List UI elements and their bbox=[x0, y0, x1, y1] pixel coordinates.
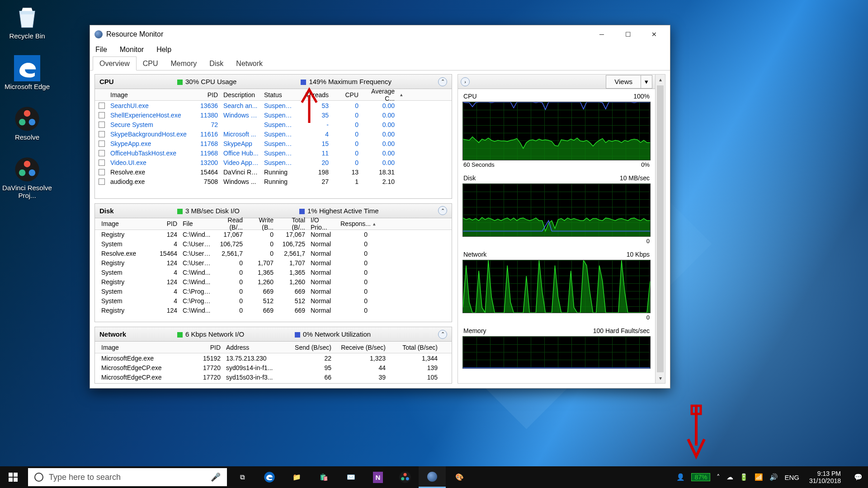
microphone-icon[interactable]: 🎤 bbox=[211, 472, 221, 482]
disk-panel-header[interactable]: Disk 3 MB/sec Disk I/O 1% Highest Active… bbox=[95, 204, 452, 218]
taskbar-explorer[interactable]: 📁 bbox=[283, 466, 310, 488]
volume-icon[interactable]: 🔊 bbox=[769, 473, 778, 481]
start-button[interactable] bbox=[0, 466, 26, 488]
table-row[interactable]: Resolve.exe15464DaVinci Re... Running198… bbox=[95, 167, 452, 177]
cpu-panel: CPU 30% CPU Usage 149% Maximum Frequency… bbox=[94, 74, 452, 199]
table-row[interactable]: Registry124C:\Users... 01,7071,707Normal… bbox=[95, 258, 452, 268]
action-center-icon[interactable]: 💬 bbox=[851, 470, 865, 484]
network-chart bbox=[462, 260, 651, 313]
checkbox[interactable] bbox=[99, 131, 105, 137]
panel-title: CPU bbox=[99, 78, 167, 85]
disk-column-headers[interactable]: Image PID File Read (B/... Write (B... T… bbox=[95, 218, 452, 230]
svg-point-7 bbox=[19, 169, 26, 176]
checkbox[interactable] bbox=[99, 103, 105, 109]
desktop-icon-resolve[interactable]: Resolve bbox=[2, 103, 52, 154]
taskbar-store[interactable]: 🛍️ bbox=[310, 466, 337, 488]
menu-file[interactable]: File bbox=[95, 46, 107, 54]
desktop-icon-edge[interactable]: Microsoft Edge bbox=[2, 52, 52, 103]
tab-cpu[interactable]: CPU bbox=[137, 57, 165, 70]
cpu-usage-stat: 30% CPU Usage bbox=[177, 78, 236, 85]
taskbar-onenote[interactable]: N bbox=[364, 466, 392, 488]
table-row[interactable]: Registry124C:\Wind... 0669669Normal0 bbox=[95, 306, 452, 315]
collapse-icon[interactable]: ⌃ bbox=[438, 206, 447, 215]
charts-header: › Views▾ bbox=[458, 75, 655, 89]
title-bar[interactable]: Resource Monitor ─ ☐ ✕ bbox=[90, 25, 670, 43]
checkbox[interactable] bbox=[99, 112, 105, 118]
battery-indicator[interactable]: 87% bbox=[691, 473, 710, 481]
table-row[interactable]: SearchUI.exe13636Search an... Suspended5… bbox=[95, 101, 452, 110]
minimize-button[interactable]: ─ bbox=[589, 26, 615, 43]
search-box[interactable]: Type here to search 🎤 bbox=[28, 468, 227, 486]
menu-help[interactable]: Help bbox=[156, 46, 171, 54]
menu-monitor[interactable]: Monitor bbox=[120, 46, 144, 54]
disk-chart bbox=[462, 183, 651, 237]
tab-overview[interactable]: Overview bbox=[93, 56, 137, 70]
checkbox[interactable] bbox=[99, 178, 105, 185]
table-row[interactable]: SkypeBackgroundHost.exe11616Microsoft ..… bbox=[95, 129, 452, 139]
table-row[interactable]: OfficeHubTaskHost.exe11968Office Hub... … bbox=[95, 148, 452, 158]
language-indicator[interactable]: ENG bbox=[784, 474, 799, 481]
table-row[interactable]: audiodg.exe7508Windows ... Running2712.1… bbox=[95, 177, 452, 186]
checkbox[interactable] bbox=[99, 141, 105, 147]
table-row[interactable]: SkypeApp.exe11768SkypeApp Suspended1500.… bbox=[95, 139, 452, 148]
power-icon[interactable]: 🔋 bbox=[740, 473, 748, 481]
table-row[interactable]: Video.UI.exe13200Video Appl... Suspended… bbox=[95, 158, 452, 167]
taskbar-resmon[interactable] bbox=[419, 466, 446, 488]
table-row[interactable]: Registry124C:\Wind... 01,2601,260Normal0 bbox=[95, 277, 452, 287]
table-row[interactable]: MicrosoftEdge.exe1519213.75.213.230 221,… bbox=[95, 353, 452, 363]
table-row[interactable]: MicrosoftEdgeCP.exe17720syd15s03-in-f3..… bbox=[95, 372, 452, 382]
chart-disk: Disk10 MB/sec 0 bbox=[458, 171, 655, 247]
taskbar-mail[interactable]: ✉️ bbox=[337, 466, 364, 488]
tab-disk[interactable]: Disk bbox=[203, 57, 230, 70]
maximize-button[interactable]: ☐ bbox=[615, 26, 641, 43]
desktop-icon-label: Recycle Bin bbox=[9, 32, 45, 40]
taskbar-edge[interactable] bbox=[256, 466, 283, 488]
onedrive-icon[interactable]: ☁ bbox=[726, 473, 733, 481]
close-button[interactable]: ✕ bbox=[641, 26, 667, 43]
network-panel-header[interactable]: Network 6 Kbps Network I/O 0% Network Ut… bbox=[95, 327, 452, 342]
cpu-panel-header[interactable]: CPU 30% CPU Usage 149% Maximum Frequency… bbox=[95, 75, 452, 89]
tray-overflow-icon[interactable]: ˄ bbox=[717, 473, 720, 481]
collapse-icon[interactable]: ⌃ bbox=[438, 77, 447, 86]
table-row[interactable]: Secure System72 Suspended-00.00 bbox=[95, 120, 452, 129]
table-row[interactable]: Resolve.exe15464C:\Users... 2,561,702,56… bbox=[95, 249, 452, 258]
disk-activity-list[interactable]: Registry124C:\Wind... 17,067017,067Norma… bbox=[95, 230, 452, 322]
table-row[interactable]: System4C:\Wind... 01,3651,365Normal0 bbox=[95, 268, 452, 277]
network-panel: Network 6 Kbps Network I/O 0% Network Ut… bbox=[94, 327, 452, 384]
chart-memory: Memory100 Hard Faults/sec bbox=[458, 324, 655, 369]
collapse-icon[interactable]: ⌃ bbox=[438, 330, 447, 339]
charts-pane: › Views▾ CPU100% 60 Seconds0% Disk10 MB/… bbox=[458, 74, 665, 384]
desktop-icon-recycle-bin[interactable]: Recycle Bin bbox=[2, 2, 52, 52]
tab-network[interactable]: Network bbox=[230, 57, 269, 70]
desktop-icon-resolve-proj[interactable]: DaVinci Resolve Proj... bbox=[2, 154, 52, 204]
taskbar-paint[interactable]: 🎨 bbox=[446, 466, 473, 488]
table-row[interactable]: MicrosoftEdgeCP.exe17720syd09s14-in-f1..… bbox=[95, 363, 452, 372]
wifi-icon[interactable]: 📶 bbox=[755, 473, 763, 481]
cpu-maxfreq-stat: 149% Maximum Frequency bbox=[301, 78, 392, 85]
tab-memory[interactable]: Memory bbox=[164, 57, 203, 70]
network-column-headers[interactable]: Image PID Address Send (B/sec) Receive (… bbox=[95, 342, 452, 353]
charts-scrollbar[interactable]: ▴▾ bbox=[655, 75, 665, 383]
checkbox[interactable] bbox=[99, 160, 105, 166]
table-row[interactable]: System4C:\Progr... 0512512Normal0 bbox=[95, 296, 452, 306]
table-row[interactable]: System4C:\Users... 106,7250106,725Normal… bbox=[95, 239, 452, 249]
people-icon[interactable]: 👤 bbox=[676, 473, 685, 481]
svg-point-6 bbox=[24, 161, 31, 168]
table-row[interactable]: System4C:\Progr... 0669669Normal0 bbox=[95, 287, 452, 296]
table-row[interactable]: ShellExperienceHost.exe11380Windows S...… bbox=[95, 110, 452, 120]
checkbox[interactable] bbox=[99, 150, 105, 156]
cpu-column-headers[interactable]: Image PID Description Status Threads CPU… bbox=[95, 89, 452, 101]
views-dropdown[interactable]: Views▾ bbox=[606, 75, 652, 89]
app-icon bbox=[94, 30, 103, 38]
table-row[interactable]: Registry124C:\Wind... 17,067017,067Norma… bbox=[95, 230, 452, 239]
checkbox[interactable] bbox=[99, 169, 105, 175]
menu-bar: File Monitor Help bbox=[90, 43, 670, 56]
task-view-button[interactable]: ⧉ bbox=[229, 466, 256, 488]
clock[interactable]: 9:13 PM31/10/2018 bbox=[806, 470, 844, 484]
expand-icon[interactable]: › bbox=[461, 77, 470, 86]
taskbar-resolve[interactable] bbox=[392, 466, 419, 488]
cpu-process-list[interactable]: SearchUI.exe13636Search an... Suspended5… bbox=[95, 101, 452, 198]
panel-title: Disk bbox=[99, 207, 167, 215]
checkbox[interactable] bbox=[99, 122, 105, 128]
network-activity-list[interactable]: MicrosoftEdge.exe1519213.75.213.230 221,… bbox=[95, 353, 452, 383]
